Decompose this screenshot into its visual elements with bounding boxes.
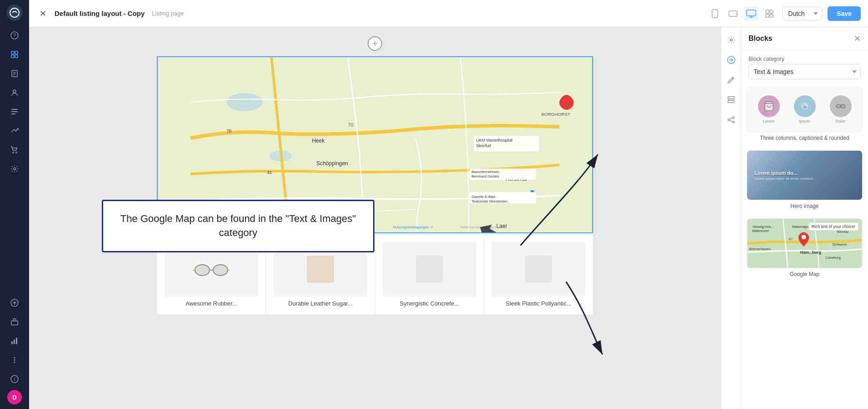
svg-rect-5 bbox=[11, 55, 14, 58]
product-name-4: Sleek Plastic Pollyantic... bbox=[492, 300, 585, 307]
add-block-button[interactable]: + bbox=[368, 36, 382, 51]
sidebar-blocks-icon[interactable] bbox=[6, 46, 23, 63]
map-preview: Nationalpar Weswig-Hols... Wattenmeer Br… bbox=[747, 218, 863, 268]
svg-text:BORGHORST: BORGHORST bbox=[541, 112, 570, 117]
svg-rect-6 bbox=[15, 55, 18, 58]
svg-point-91 bbox=[733, 121, 734, 123]
hero-label: Hero image bbox=[747, 203, 863, 209]
product-image-3 bbox=[383, 242, 476, 296]
svg-text:Gazelle E-Bike: Gazelle E-Bike bbox=[472, 195, 496, 199]
svg-point-101 bbox=[802, 235, 806, 239]
col-label-3: Dolor bbox=[824, 119, 857, 123]
svg-rect-24 bbox=[14, 340, 15, 344]
app-logo[interactable] bbox=[6, 5, 23, 21]
sidebar-content-icon[interactable] bbox=[6, 103, 23, 120]
product-card-4: Sleek Plastic Pollyantic... bbox=[484, 234, 593, 315]
svg-rect-23 bbox=[11, 341, 13, 344]
svg-text:Wattenmeer: Wattenmeer bbox=[752, 229, 769, 232]
svg-rect-3 bbox=[11, 51, 14, 54]
svg-point-11 bbox=[13, 90, 16, 93]
top-bar: ✕ Default listing layout - Copy Listing … bbox=[29, 0, 868, 27]
settings-tool-icon[interactable] bbox=[724, 33, 738, 47]
sidebar-orders-icon[interactable] bbox=[6, 142, 23, 158]
close-panel-button[interactable]: ✕ bbox=[854, 34, 861, 44]
hero-preview: Lorem ipsum do... Lorem ipsum dolor sit … bbox=[747, 150, 863, 200]
panel-header: Blocks ✕ bbox=[741, 27, 868, 50]
svg-text:Testcenter Münsterlan...: Testcenter Münsterlan... bbox=[472, 199, 510, 203]
svg-text:Weswig-Hols...: Weswig-Hols... bbox=[753, 225, 774, 229]
svg-rect-88 bbox=[728, 100, 734, 103]
svg-point-26 bbox=[14, 357, 15, 359]
google-map-block[interactable]: Nationalpar Weswig-Hols... Wattenmeer Br… bbox=[747, 218, 863, 277]
share-tool-icon[interactable] bbox=[724, 113, 738, 127]
three-columns-block[interactable]: Lorem Ip Ipsum bbox=[747, 87, 863, 141]
sidebar-pages-icon[interactable] bbox=[6, 65, 23, 82]
add-tool-icon[interactable] bbox=[724, 53, 738, 67]
col-preview-1: Lorem bbox=[753, 95, 785, 123]
category-label: Block category bbox=[741, 50, 868, 64]
svg-text:Heek: Heek bbox=[312, 138, 324, 144]
col-preview-2: Ip Ipsum bbox=[788, 95, 821, 123]
col-preview-3: Dolor bbox=[824, 95, 857, 123]
svg-text:Bauunternehmen: Bauunternehmen bbox=[472, 170, 499, 174]
tablet-device-icon[interactable] bbox=[726, 6, 740, 21]
product-name-2: Durable Leather Sugar... bbox=[274, 300, 367, 307]
svg-line-92 bbox=[730, 118, 733, 119]
content-with-panel: + bbox=[29, 27, 868, 409]
svg-rect-87 bbox=[728, 97, 734, 99]
sidebar-reports-icon[interactable] bbox=[6, 333, 23, 349]
svg-point-98 bbox=[841, 104, 845, 108]
language-select[interactable]: Dutch English French bbox=[782, 7, 822, 20]
annotation-text: The Google Map can be found in the "Text… bbox=[117, 212, 359, 240]
col-label-1: Lorem bbox=[753, 119, 785, 123]
canvas-area: + bbox=[29, 27, 721, 409]
svg-text:Schwerin: Schwerin bbox=[832, 242, 847, 246]
sidebar-users-icon[interactable] bbox=[6, 84, 23, 101]
mobile-device-icon[interactable] bbox=[708, 6, 722, 21]
sidebar-help-icon[interactable]: ? bbox=[6, 27, 23, 44]
page-subtitle: Listing page bbox=[152, 10, 184, 17]
svg-rect-14 bbox=[11, 113, 15, 114]
sidebar-marketing-icon[interactable] bbox=[6, 123, 23, 139]
sidebar-info-icon[interactable]: i bbox=[6, 371, 23, 387]
right-tool-strip bbox=[721, 27, 741, 409]
svg-text:Nutzungsbedingungen ↗: Nutzungsbedingungen ↗ bbox=[393, 225, 433, 229]
sidebar-settings-icon[interactable] bbox=[6, 161, 23, 177]
close-button[interactable]: ✕ bbox=[36, 7, 49, 20]
svg-text:Steinfurt: Steinfurt bbox=[476, 143, 492, 148]
svg-point-32 bbox=[714, 16, 715, 17]
main-area: ✕ Default listing layout - Copy Listing … bbox=[29, 0, 868, 409]
block-category-select[interactable]: Text & images Products Hero Layout Media bbox=[748, 64, 861, 79]
svg-point-76 bbox=[213, 265, 228, 276]
desktop-device-icon[interactable] bbox=[744, 6, 758, 21]
svg-rect-13 bbox=[11, 111, 18, 112]
svg-text:A7: A7 bbox=[788, 237, 793, 241]
svg-text:Ip: Ip bbox=[803, 105, 806, 109]
svg-text:31: 31 bbox=[267, 170, 272, 175]
sidebar-add-icon[interactable] bbox=[6, 295, 23, 311]
svg-point-75 bbox=[195, 265, 210, 276]
svg-line-93 bbox=[730, 120, 733, 122]
hero-image-block[interactable]: Lorem ipsum do... Lorem ipsum dolor sit … bbox=[747, 150, 863, 209]
col-label-2: Ipsum bbox=[788, 119, 821, 123]
product-name-1: Awesome Rubber... bbox=[165, 300, 258, 307]
left-sidebar: ? i D bbox=[0, 0, 29, 409]
svg-text:70: 70 bbox=[348, 122, 354, 128]
edit-tool-icon[interactable] bbox=[724, 73, 738, 87]
save-button[interactable]: Save bbox=[828, 6, 861, 21]
three-columns-label: Three columns, captioned & rounded bbox=[747, 135, 863, 141]
sidebar-dots-icon[interactable] bbox=[6, 352, 23, 368]
svg-rect-39 bbox=[770, 10, 773, 13]
grid-view-icon[interactable] bbox=[762, 6, 777, 21]
three-columns-preview: Lorem Ip Ipsum bbox=[747, 87, 863, 132]
google-map-label: Google Map bbox=[747, 271, 863, 277]
sidebar-shop-icon[interactable] bbox=[6, 314, 23, 330]
layers-tool-icon[interactable] bbox=[724, 93, 738, 107]
svg-text:Lüneburg: Lüneburg bbox=[826, 256, 841, 260]
blocks-panel: Blocks ✕ Block category Text & images Pr… bbox=[741, 27, 868, 409]
product-name-3: Synergistic Concrete... bbox=[383, 300, 476, 307]
hero-text-small: Lorem ipsum dolor sit amet, consect... bbox=[754, 177, 816, 181]
panel-title: Blocks bbox=[748, 34, 772, 43]
user-avatar[interactable]: D bbox=[7, 390, 22, 404]
svg-point-0 bbox=[10, 8, 19, 17]
